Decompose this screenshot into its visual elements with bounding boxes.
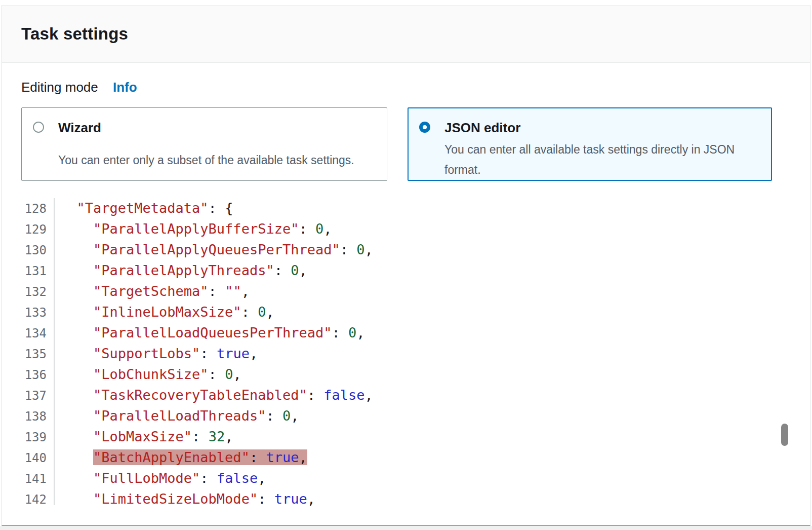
json-key: "TaskRecoveryTableEnabled" [93,387,307,403]
code-line[interactable]: 140 "BatchApplyEnabled": true, [2,447,810,468]
token-group: "ParallelApplyThreads": 0, [93,262,307,278]
json-comma: , [233,366,241,382]
code-line[interactable]: 141 "FullLobMode": false, [2,468,810,489]
code-line[interactable]: 132 "TargetSchema": "", [2,281,810,302]
json-key: "FullLobMode" [93,470,200,486]
token-group: "InlineLobMaxSize": 0, [93,304,274,320]
line-content: "ParallelLoadThreads": 0, [51,408,299,424]
json-colon: : [274,262,291,278]
task-settings-panel: Task settings Editing mode Info Wizard Y… [2,5,810,526]
json-colon: : [307,387,324,403]
scrollbar-thumb[interactable] [781,424,788,446]
json-comma: , [299,262,307,278]
line-content: "ParallelApplyBufferSize": 0, [51,221,332,237]
code-line[interactable]: 131 "ParallelApplyThreads": 0, [2,260,810,281]
editing-mode-label: Editing mode [21,80,98,95]
code-line[interactable]: 142 "LimitedSizeLobMode": true, [2,489,810,510]
line-content: "FullLobMode": false, [51,470,266,486]
json-value: false [217,470,258,486]
option-card-wizard[interactable]: Wizard You can enter only a subset of th… [21,107,387,181]
json-comma: , [241,283,250,299]
code-line[interactable]: 135 "SupportLobs": true, [2,344,810,364]
line-content: "TaskRecoveryTableEnabled": false, [51,387,373,403]
panel-body: Editing mode Info Wizard You can enter o… [2,63,810,510]
json-value: 0 [291,262,299,278]
code-line[interactable]: 133 "InlineLobMaxSize": 0, [2,302,810,323]
json-value: true [217,346,250,361]
json-key: "ParallelApplyBufferSize" [93,221,299,237]
token-group: "LobMaxSize": 32, [93,429,233,444]
code-line[interactable]: 138 "ParallelLoadThreads": 0, [2,406,810,427]
option-card-json-editor[interactable]: JSON editor You can enter all available … [408,107,772,181]
json-key: "LimitedSizeLobMode" [93,491,258,507]
line-content: "TargetSchema": "", [51,283,250,299]
line-number: 133 [2,303,51,323]
line-number: 139 [2,428,51,447]
json-comma: , [258,470,266,486]
highlighted-token: "BatchApplyEnabled": true, [93,449,307,465]
json-key: "TargetMetadata" [77,200,209,216]
token-group: "TargetSchema": "", [93,283,250,299]
line-content: "LimitedSizeLobMode": true, [51,491,315,507]
line-number: 140 [2,448,51,468]
json-key: "ParallelLoadQueuesPerThread" [93,325,332,340]
option-desc-json-editor: You can enter all available task setting… [444,139,761,180]
line-number: 129 [2,220,51,240]
token-group: "ParallelApplyQueuesPerThread": 0, [93,242,373,257]
json-key: "LobChunkSize" [93,366,209,382]
line-number: 138 [2,407,51,427]
line-number: 141 [2,469,51,489]
line-number: 132 [2,282,51,302]
json-comma: , [250,346,258,361]
gutter-divider [54,198,55,505]
radio-json-editor[interactable] [419,122,430,133]
json-value: false [323,387,364,403]
json-comma: , [266,304,274,320]
json-colon: : [332,325,348,340]
code-line[interactable]: 130 "ParallelApplyQueuesPerThread": 0, [2,240,810,260]
json-key: "LobMaxSize" [93,429,192,444]
line-number: 142 [2,490,51,510]
json-colon: : [200,470,217,486]
line-number: 136 [2,365,51,385]
code-line[interactable]: 137 "TaskRecoveryTableEnabled": false, [2,385,810,406]
json-code-editor[interactable]: 128 "TargetMetadata": {129 "ParallelAppl… [2,198,810,510]
json-comma: , [356,325,364,340]
json-colon: : [209,366,225,382]
json-value: 0 [348,325,356,340]
code-line[interactable]: 128 "TargetMetadata": { [2,198,810,219]
json-colon: : [209,200,225,216]
code-line[interactable]: 129 "ParallelApplyBufferSize": 0, [2,219,810,240]
code-line[interactable]: 134 "ParallelLoadQueuesPerThread": 0, [2,323,810,344]
option-title-json-editor: JSON editor [444,120,761,136]
json-colon: : [209,283,225,299]
json-key: "TargetSchema" [93,283,209,299]
json-value: 0 [282,408,291,424]
panel-header: Task settings [2,6,810,63]
json-value: "" [225,283,241,299]
info-link[interactable]: Info [113,80,137,95]
json-key: "ParallelApplyThreads" [93,262,274,278]
json-colon: : [200,346,217,361]
radio-dot [423,125,427,129]
line-number: 134 [2,324,51,344]
json-colon: : [340,242,357,257]
token-group: "TargetMetadata": { [77,200,233,216]
json-colon: : [241,304,258,320]
option-desc-wizard: You can enter only a subset of the avail… [58,150,377,170]
page-title: Task settings [21,24,128,44]
code-lines: 128 "TargetMetadata": {129 "ParallelAppl… [2,198,810,510]
option-title-wizard: Wizard [58,120,377,136]
json-key: "BatchApplyEnabled" [93,449,250,465]
token-group: "SupportLobs": true, [93,346,258,361]
json-value: 0 [356,242,364,257]
line-number: 128 [2,199,51,219]
token-group: "LobChunkSize": 0, [93,366,241,382]
json-colon: : [299,221,315,237]
code-line[interactable]: 136 "LobChunkSize": 0, [2,364,810,385]
token-group: "ParallelApplyBufferSize": 0, [93,221,332,237]
json-value: 0 [225,366,233,382]
radio-wizard[interactable] [33,122,44,133]
json-comma: , [307,491,315,507]
code-line[interactable]: 139 "LobMaxSize": 32, [2,427,810,447]
